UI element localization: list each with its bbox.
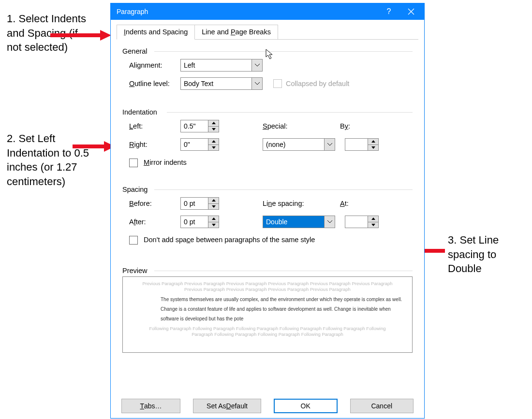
chevron-down-icon xyxy=(324,139,335,150)
paragraph-dialog: Paragraph ? Indents and Spacing Line and… xyxy=(110,3,425,419)
svg-marker-18 xyxy=(371,217,375,220)
close-icon xyxy=(408,8,414,15)
caret-down-icon xyxy=(208,145,219,151)
caret-down-icon xyxy=(368,222,378,228)
special-value: (none) xyxy=(263,139,324,150)
tab-line-page-breaks[interactable]: Line and Page Breaks xyxy=(195,25,278,40)
cancel-button[interactable]: Cancel xyxy=(350,399,414,413)
svg-marker-17 xyxy=(212,224,216,226)
svg-marker-16 xyxy=(212,217,216,220)
caret-down-icon xyxy=(368,145,378,151)
close-button[interactable] xyxy=(400,3,422,20)
spinner-buttons[interactable] xyxy=(208,198,219,209)
line-spacing-value: Double xyxy=(263,216,324,228)
help-button[interactable]: ? xyxy=(378,3,400,20)
spinner-buttons[interactable] xyxy=(208,139,219,150)
caret-up-icon xyxy=(208,139,219,145)
preview-next-text: Following Paragraph Following Paragraph … xyxy=(128,326,407,338)
at-spinner[interactable] xyxy=(345,216,379,228)
preview-sample-text: The systems themselves are usually compl… xyxy=(161,295,407,324)
indent-left-spinner[interactable]: 0.5" xyxy=(180,120,219,132)
svg-marker-15 xyxy=(212,205,216,208)
before-spinner[interactable]: 0 pt xyxy=(180,197,219,210)
annotation-3: 3. Set Line spacing to Double xyxy=(448,233,530,276)
dialog-buttons: Tabs… Set As Default OK Cancel xyxy=(111,399,424,413)
indent-left-label: Left: xyxy=(122,122,180,130)
group-general: General xyxy=(122,47,413,55)
by-spinner[interactable] xyxy=(345,138,379,151)
indent-right-spinner[interactable]: 0" xyxy=(180,138,219,151)
caret-down-icon xyxy=(208,222,219,228)
after-label: After: xyxy=(122,218,180,226)
arrow-icon xyxy=(49,28,112,43)
preview-box: Previous Paragraph Previous Paragraph Pr… xyxy=(122,276,413,353)
tabs-button[interactable]: Tabs… xyxy=(121,399,180,413)
svg-marker-10 xyxy=(212,140,216,143)
svg-marker-13 xyxy=(371,146,375,149)
caret-down-icon xyxy=(208,127,219,132)
collapsed-label: Collapsed by default xyxy=(286,80,349,87)
at-label: At: xyxy=(340,200,349,207)
alignment-label: Alignment: xyxy=(122,61,180,69)
indent-left-value: 0.5" xyxy=(181,120,208,132)
caret-up-icon xyxy=(368,216,378,222)
outline-combo[interactable]: Body Text xyxy=(180,77,263,90)
alignment-value: Left xyxy=(181,59,251,71)
ok-button[interactable]: OK xyxy=(274,399,338,413)
chevron-down-icon xyxy=(324,216,335,228)
spinner-buttons[interactable] xyxy=(368,139,378,150)
tab-label: Indents and Spacing xyxy=(124,28,188,36)
tab-strip: Indents and Spacing Line and Page Breaks xyxy=(111,20,424,40)
chevron-down-icon xyxy=(251,78,262,89)
caret-up-icon xyxy=(368,139,378,145)
caret-up-icon xyxy=(208,198,219,204)
special-combo[interactable]: (none) xyxy=(263,138,335,151)
indent-right-value: 0" xyxy=(181,139,208,150)
chevron-down-icon xyxy=(251,59,262,71)
arrow-icon xyxy=(72,139,116,154)
outline-label: Outline level: xyxy=(122,80,180,87)
before-label: Before: xyxy=(122,200,180,207)
line-spacing-label: Line spacing: xyxy=(263,200,340,207)
caret-up-icon xyxy=(208,216,219,222)
preview-prev-text: Previous Paragraph Previous Paragraph Pr… xyxy=(128,281,407,293)
spinner-buttons[interactable] xyxy=(368,216,378,228)
mirror-label: Mirror indents xyxy=(144,159,187,166)
alignment-combo[interactable]: Left xyxy=(180,59,263,72)
caret-up-icon xyxy=(208,120,219,127)
tab-indents-spacing[interactable]: Indents and Spacing xyxy=(117,25,195,40)
group-preview: Preview xyxy=(122,267,413,275)
after-value: 0 pt xyxy=(181,216,208,228)
group-spacing: Spacing xyxy=(122,186,413,193)
outline-value: Body Text xyxy=(181,78,251,89)
nospace-label: Don't add space between paragraphs of th… xyxy=(144,236,315,244)
svg-marker-14 xyxy=(212,199,216,202)
group-indentation: Indentation xyxy=(122,108,413,116)
dialog-title: Paragraph xyxy=(117,8,378,15)
after-spinner[interactable]: 0 pt xyxy=(180,216,219,228)
titlebar: Paragraph ? xyxy=(111,3,424,20)
before-value: 0 pt xyxy=(181,198,208,209)
svg-marker-12 xyxy=(371,140,375,143)
svg-marker-19 xyxy=(371,224,375,226)
tab-label: Line and Page Breaks xyxy=(202,28,271,36)
line-spacing-combo[interactable]: Double xyxy=(263,216,335,228)
set-default-button[interactable]: Set As Default xyxy=(193,399,261,413)
indent-right-label: Right: xyxy=(122,141,180,148)
caret-down-icon xyxy=(208,204,219,210)
svg-marker-9 xyxy=(212,128,216,130)
nospace-checkbox[interactable] xyxy=(129,236,138,245)
svg-marker-8 xyxy=(212,122,216,124)
collapsed-checkbox xyxy=(273,79,282,88)
svg-marker-1 xyxy=(100,30,111,41)
spinner-buttons[interactable] xyxy=(208,216,219,228)
spinner-buttons[interactable] xyxy=(208,120,219,132)
by-label: By: xyxy=(340,122,350,130)
by-value xyxy=(345,139,368,150)
at-value xyxy=(345,216,368,228)
svg-marker-11 xyxy=(212,146,216,149)
mirror-checkbox[interactable] xyxy=(129,159,138,167)
special-label: Special: xyxy=(263,122,340,130)
